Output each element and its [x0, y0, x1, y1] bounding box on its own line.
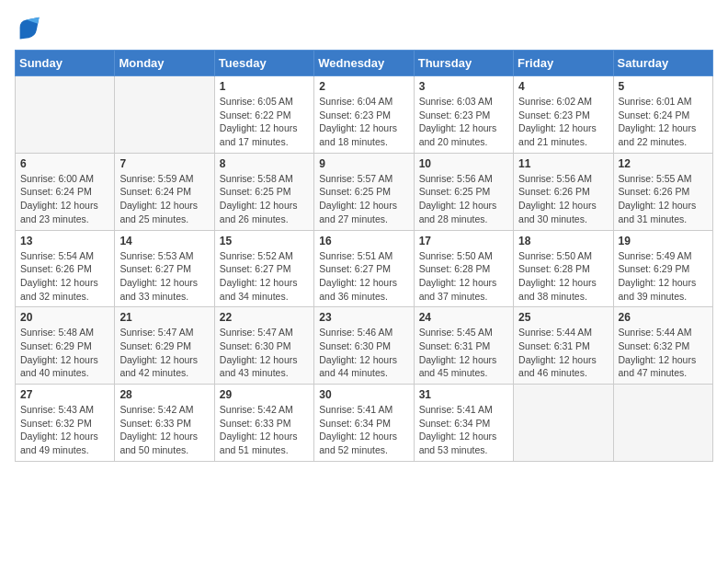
calendar-cell: 15 Sunrise: 5:52 AMSunset: 6:27 PMDaylig…: [214, 230, 313, 307]
calendar-cell: 17 Sunrise: 5:50 AMSunset: 6:28 PMDaylig…: [414, 230, 513, 307]
day-info: Sunrise: 5:58 AMSunset: 6:25 PMDaylight:…: [220, 172, 309, 226]
logo: [15, 15, 44, 40]
calendar-cell: 5 Sunrise: 6:01 AMSunset: 6:24 PMDayligh…: [613, 76, 712, 154]
day-number: 12: [619, 157, 708, 170]
day-number: 13: [20, 235, 109, 247]
col-header-sunday: Sunday: [16, 51, 115, 76]
day-info: Sunrise: 5:42 AMSunset: 6:33 PMDaylight:…: [220, 403, 309, 457]
day-info: Sunrise: 5:45 AMSunset: 6:31 PMDaylight:…: [419, 326, 508, 380]
day-number: 31: [419, 388, 508, 401]
day-number: 29: [220, 388, 309, 401]
day-info: Sunrise: 5:56 AMSunset: 6:26 PMDaylight:…: [518, 172, 608, 226]
day-info: Sunrise: 6:00 AMSunset: 6:24 PMDaylight:…: [20, 172, 109, 226]
calendar-week-row: 1 Sunrise: 6:05 AMSunset: 6:22 PMDayligh…: [16, 76, 713, 154]
calendar-cell: 7 Sunrise: 5:59 AMSunset: 6:24 PMDayligh…: [115, 153, 214, 230]
calendar-cell: 29 Sunrise: 5:42 AMSunset: 6:33 PMDaylig…: [214, 385, 313, 462]
day-info: Sunrise: 6:04 AMSunset: 6:23 PMDaylight:…: [319, 95, 408, 149]
day-number: 5: [619, 80, 708, 93]
day-number: 16: [319, 235, 408, 247]
day-number: 15: [220, 235, 309, 247]
calendar-cell: 21 Sunrise: 5:47 AMSunset: 6:29 PMDaylig…: [115, 307, 214, 385]
day-info: Sunrise: 5:54 AMSunset: 6:26 PMDaylight:…: [20, 249, 109, 304]
day-info: Sunrise: 5:55 AMSunset: 6:26 PMDaylight:…: [619, 172, 708, 226]
day-info: Sunrise: 5:43 AMSunset: 6:32 PMDaylight:…: [20, 403, 109, 457]
calendar-cell: 3 Sunrise: 6:03 AMSunset: 6:23 PMDayligh…: [414, 76, 513, 154]
day-number: 23: [319, 311, 408, 324]
day-number: 2: [319, 80, 408, 93]
day-number: 20: [20, 311, 109, 324]
calendar-cell: 30 Sunrise: 5:41 AMSunset: 6:34 PMDaylig…: [314, 385, 414, 462]
day-info: Sunrise: 5:47 AMSunset: 6:29 PMDaylight:…: [119, 326, 209, 380]
day-info: Sunrise: 6:03 AMSunset: 6:23 PMDaylight:…: [419, 95, 508, 149]
day-number: 9: [319, 157, 408, 170]
calendar-cell: 16 Sunrise: 5:51 AMSunset: 6:27 PMDaylig…: [314, 230, 414, 307]
day-info: Sunrise: 5:52 AMSunset: 6:27 PMDaylight:…: [220, 249, 309, 304]
calendar-cell: [16, 76, 115, 154]
day-info: Sunrise: 5:47 AMSunset: 6:30 PMDaylight:…: [220, 326, 309, 380]
day-number: 26: [619, 311, 708, 324]
calendar-header-row: SundayMondayTuesdayWednesdayThursdayFrid…: [16, 51, 713, 76]
calendar-cell: 13 Sunrise: 5:54 AMSunset: 6:26 PMDaylig…: [16, 230, 115, 307]
day-number: 22: [220, 311, 309, 324]
calendar-cell: 27 Sunrise: 5:43 AMSunset: 6:32 PMDaylig…: [16, 385, 115, 462]
calendar-cell: 12 Sunrise: 5:55 AMSunset: 6:26 PMDaylig…: [613, 153, 712, 230]
day-number: 25: [518, 311, 608, 324]
calendar-cell: 9 Sunrise: 5:57 AMSunset: 6:25 PMDayligh…: [314, 153, 414, 230]
calendar-week-row: 20 Sunrise: 5:48 AMSunset: 6:29 PMDaylig…: [16, 307, 713, 385]
calendar-cell: 2 Sunrise: 6:04 AMSunset: 6:23 PMDayligh…: [314, 76, 414, 154]
col-header-friday: Friday: [514, 51, 613, 76]
day-number: 21: [119, 311, 209, 324]
col-header-wednesday: Wednesday: [314, 51, 414, 76]
day-info: Sunrise: 5:44 AMSunset: 6:32 PMDaylight:…: [619, 326, 708, 380]
day-info: Sunrise: 5:57 AMSunset: 6:25 PMDaylight:…: [319, 172, 408, 226]
day-number: 11: [518, 157, 608, 170]
calendar-cell: 10 Sunrise: 5:56 AMSunset: 6:25 PMDaylig…: [414, 153, 513, 230]
calendar-table: SundayMondayTuesdayWednesdayThursdayFrid…: [15, 50, 713, 462]
calendar-cell: 28 Sunrise: 5:42 AMSunset: 6:33 PMDaylig…: [115, 385, 214, 462]
logo-icon: [15, 15, 40, 40]
day-info: Sunrise: 5:41 AMSunset: 6:34 PMDaylight:…: [419, 403, 508, 457]
calendar-cell: 26 Sunrise: 5:44 AMSunset: 6:32 PMDaylig…: [613, 307, 712, 385]
day-number: 6: [20, 157, 109, 170]
calendar-cell: 19 Sunrise: 5:49 AMSunset: 6:29 PMDaylig…: [613, 230, 712, 307]
day-number: 17: [419, 235, 508, 247]
day-info: Sunrise: 5:50 AMSunset: 6:28 PMDaylight:…: [518, 249, 608, 304]
day-info: Sunrise: 5:42 AMSunset: 6:33 PMDaylight:…: [119, 403, 209, 457]
calendar-week-row: 27 Sunrise: 5:43 AMSunset: 6:32 PMDaylig…: [16, 385, 713, 462]
day-number: 1: [220, 80, 309, 93]
day-info: Sunrise: 6:02 AMSunset: 6:23 PMDaylight:…: [518, 95, 608, 149]
calendar-cell: [115, 76, 214, 154]
calendar-cell: 11 Sunrise: 5:56 AMSunset: 6:26 PMDaylig…: [514, 153, 613, 230]
day-info: Sunrise: 5:51 AMSunset: 6:27 PMDaylight:…: [319, 249, 408, 304]
calendar-cell: 1 Sunrise: 6:05 AMSunset: 6:22 PMDayligh…: [214, 76, 313, 154]
day-number: 8: [220, 157, 309, 170]
col-header-thursday: Thursday: [414, 51, 513, 76]
day-info: Sunrise: 5:50 AMSunset: 6:28 PMDaylight:…: [419, 249, 508, 304]
calendar-cell: 6 Sunrise: 6:00 AMSunset: 6:24 PMDayligh…: [16, 153, 115, 230]
day-info: Sunrise: 5:49 AMSunset: 6:29 PMDaylight:…: [619, 249, 708, 304]
calendar-cell: 31 Sunrise: 5:41 AMSunset: 6:34 PMDaylig…: [414, 385, 513, 462]
col-header-saturday: Saturday: [613, 51, 712, 76]
calendar-cell: 18 Sunrise: 5:50 AMSunset: 6:28 PMDaylig…: [514, 230, 613, 307]
day-info: Sunrise: 5:48 AMSunset: 6:29 PMDaylight:…: [20, 326, 109, 380]
day-info: Sunrise: 5:46 AMSunset: 6:30 PMDaylight:…: [319, 326, 408, 380]
calendar-cell: 4 Sunrise: 6:02 AMSunset: 6:23 PMDayligh…: [514, 76, 613, 154]
day-info: Sunrise: 6:05 AMSunset: 6:22 PMDaylight:…: [220, 95, 309, 149]
day-number: 4: [518, 80, 608, 93]
calendar-cell: 20 Sunrise: 5:48 AMSunset: 6:29 PMDaylig…: [16, 307, 115, 385]
day-info: Sunrise: 6:01 AMSunset: 6:24 PMDaylight:…: [619, 95, 708, 149]
day-info: Sunrise: 5:44 AMSunset: 6:31 PMDaylight:…: [518, 326, 608, 380]
day-number: 18: [518, 235, 608, 247]
calendar-cell: [514, 385, 613, 462]
calendar-cell: 8 Sunrise: 5:58 AMSunset: 6:25 PMDayligh…: [214, 153, 313, 230]
day-number: 27: [20, 388, 109, 401]
day-number: 28: [119, 388, 209, 401]
day-info: Sunrise: 5:41 AMSunset: 6:34 PMDaylight:…: [319, 403, 408, 457]
calendar-cell: 22 Sunrise: 5:47 AMSunset: 6:30 PMDaylig…: [214, 307, 313, 385]
day-number: 10: [419, 157, 508, 170]
calendar-week-row: 13 Sunrise: 5:54 AMSunset: 6:26 PMDaylig…: [16, 230, 713, 307]
col-header-monday: Monday: [115, 51, 214, 76]
calendar-cell: 24 Sunrise: 5:45 AMSunset: 6:31 PMDaylig…: [414, 307, 513, 385]
calendar-week-row: 6 Sunrise: 6:00 AMSunset: 6:24 PMDayligh…: [16, 153, 713, 230]
day-number: 7: [119, 157, 209, 170]
